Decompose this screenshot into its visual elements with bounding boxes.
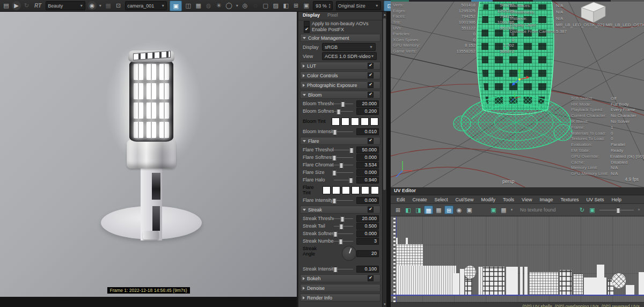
slider-handle[interactable]: [333, 170, 336, 176]
slider-streak-threshold[interactable]: [334, 215, 353, 222]
checkbox-enable-postfx[interactable]: ✔: [304, 27, 310, 33]
slider-flare-size[interactable]: [334, 169, 353, 176]
menu-select[interactable]: Select: [431, 197, 452, 202]
color-swatch[interactable]: [361, 186, 369, 194]
menu-edit[interactable]: Edit: [393, 197, 409, 202]
zoom-spinner[interactable]: 93 %▲▼: [313, 1, 332, 10]
workspace-divider[interactable]: [386, 12, 391, 307]
expand-arrow-icon[interactable]: [303, 277, 305, 280]
stop-render-icon[interactable]: ◉: [87, 1, 97, 10]
section-checkbox-photographic-exposure[interactable]: ✔: [368, 82, 374, 88]
uv-image-display-icon[interactable]: ▣: [489, 206, 498, 214]
slider-handle[interactable]: [341, 216, 345, 222]
section-header-lut[interactable]: LUT✔: [300, 62, 380, 70]
uv-lattice-icon[interactable]: ⊞: [393, 206, 402, 214]
color-swatch[interactable]: [342, 186, 350, 194]
menu-textures[interactable]: Textures: [557, 197, 582, 202]
dial-needle[interactable]: [349, 248, 352, 253]
slider-bloom-softness[interactable]: [334, 107, 353, 115]
menu-tools[interactable]: Tools: [499, 197, 518, 202]
duplicate-buffer-icon[interactable]: ▣: [302, 1, 311, 10]
uv-shell[interactable]: [396, 266, 456, 295]
slider-handle[interactable]: [333, 155, 336, 161]
slider-streak-intensity[interactable]: [334, 265, 353, 273]
tab-pixel[interactable]: Pixel: [327, 12, 338, 19]
color-swatch[interactable]: [361, 118, 369, 126]
value-field-flare-intensity[interactable]: 0.000: [356, 197, 379, 204]
menu-image[interactable]: Image: [536, 197, 557, 202]
uv-range-arrows-icon[interactable]: »: [636, 206, 641, 214]
tab-display[interactable]: Display: [303, 12, 320, 19]
resolution-gate-icon[interactable]: ◫: [184, 1, 193, 10]
save-image-icon[interactable]: ⊞: [291, 1, 301, 10]
uv-baked-texture-icon[interactable]: ▣: [588, 206, 597, 214]
slider-flare-softness[interactable]: [334, 154, 353, 161]
scrollbar-thumb[interactable]: [383, 18, 386, 190]
uv-checker-arrow-icon[interactable]: ▾: [509, 206, 514, 214]
value-field-bloom-threshold[interactable]: 20.000: [356, 100, 379, 107]
section-checkbox-streak[interactable]: ✔: [368, 207, 374, 213]
camera-dropdown[interactable]: camera_001▼: [125, 1, 167, 10]
section-header-bokeh[interactable]: Bokeh✔: [300, 274, 380, 282]
uv-grid-snap-button[interactable]: ▦: [424, 206, 433, 214]
spinner-arrows-icon[interactable]: ▲▼: [328, 3, 331, 9]
slider-streak-tail[interactable]: [334, 222, 353, 230]
angle-dial[interactable]: [342, 246, 356, 261]
value-field-bloom-softness[interactable]: 0.200: [356, 108, 379, 115]
uv-sew-shell-icon[interactable]: ◨: [414, 206, 423, 214]
expand-arrow-icon[interactable]: [303, 296, 305, 299]
region-options-arrow-icon[interactable]: ▾: [235, 1, 239, 10]
color-swatch[interactable]: [371, 186, 379, 194]
dropdown-view[interactable]: ACES 1.0 SDR-video▼: [322, 52, 377, 60]
uv-shell[interactable]: [529, 272, 558, 295]
uv-camera-icon[interactable]: ▣: [465, 206, 474, 214]
menu-modify[interactable]: Modify: [478, 197, 500, 202]
color-swatch[interactable]: [352, 186, 360, 194]
expand-arrow-icon[interactable]: [303, 209, 306, 211]
section-checkbox-bokeh[interactable]: ✔: [368, 275, 374, 281]
expand-arrow-icon[interactable]: [303, 287, 305, 290]
slider-handle[interactable]: [333, 267, 337, 273]
slider-flare-threshold[interactable]: [334, 146, 353, 154]
value-field-flare-softness[interactable]: 0.000: [356, 154, 379, 161]
uv-shell[interactable]: [465, 279, 472, 295]
slider-bloom-intensity[interactable]: [334, 128, 353, 135]
uv-shell[interactable]: [524, 267, 528, 295]
menu-help[interactable]: Help: [608, 197, 626, 202]
value-field-streak-threshold[interactable]: 20.000: [356, 215, 379, 222]
value-field-bloom-intensity[interactable]: 0.010: [356, 128, 379, 135]
slider-handle[interactable]: [333, 129, 336, 135]
postfx-scrollbar[interactable]: ▲ ▼: [382, 12, 386, 307]
section-checkbox-flare[interactable]: ✔: [368, 138, 374, 144]
value-field-flare-threshold[interactable]: 50.000: [356, 147, 379, 154]
color-swatch[interactable]: [351, 118, 359, 126]
value-field-flare-size[interactable]: 0.000: [356, 169, 379, 176]
section-header-bloom[interactable]: Bloom✔: [300, 91, 380, 99]
uv-shell[interactable]: [396, 244, 423, 267]
uv-move-shell-icon[interactable]: ◧: [404, 206, 413, 214]
stop-options-arrow-icon[interactable]: ▾: [98, 1, 103, 10]
slider-flare-halo[interactable]: [334, 176, 353, 184]
slider-handle[interactable]: [339, 239, 342, 245]
slider-flare-intensity[interactable]: [334, 196, 353, 204]
uv-shell[interactable]: [483, 267, 504, 295]
perspective-viewport[interactable]: Verts:501418501297Edges:12953251295109Fa…: [391, 0, 644, 187]
refresh-render-icon[interactable]: ↻: [22, 1, 31, 10]
section-checkbox-bloom[interactable]: ✔: [368, 92, 374, 98]
uv-dim-image-icon[interactable]: ▦: [434, 206, 443, 214]
target-focus-icon[interactable]: ◎: [240, 1, 250, 10]
diagonal-compare-icon[interactable]: ▨: [271, 1, 280, 10]
section-header-color-management[interactable]: Color Management: [300, 34, 380, 42]
value-field-flare-halo[interactable]: 0.940: [356, 177, 379, 184]
dropdown-display[interactable]: sRGB▼: [322, 43, 376, 51]
section-header-flare[interactable]: Flare✔: [300, 137, 380, 145]
grid-overlay-icon[interactable]: ▦: [194, 1, 203, 10]
value-field-streak-angle[interactable]: 20: [356, 250, 379, 257]
snapshot-icon[interactable]: ▤: [2, 1, 11, 10]
value-field-streak-intensity[interactable]: 0.100: [356, 266, 379, 273]
slider-handle[interactable]: [349, 178, 353, 184]
expand-arrow-icon[interactable]: [303, 84, 305, 87]
menu-create[interactable]: Create: [409, 197, 431, 202]
expand-arrow-icon[interactable]: [303, 94, 306, 96]
slider-handle[interactable]: [339, 163, 343, 169]
